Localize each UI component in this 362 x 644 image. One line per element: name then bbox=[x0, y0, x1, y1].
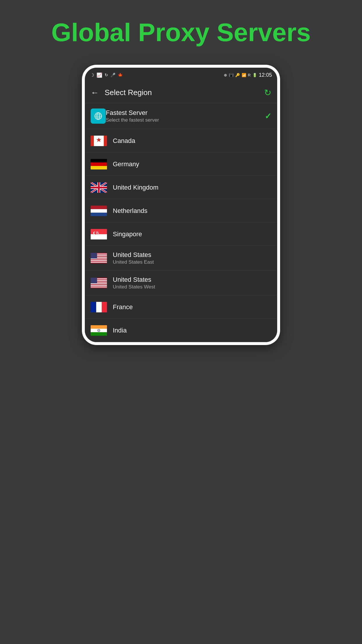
status-time: 12:05 bbox=[259, 72, 272, 78]
france-name: France bbox=[113, 303, 271, 311]
singapore-text: Singapore bbox=[113, 230, 271, 238]
status-icons-right: ⊕ 📳 🔑 📶 R 🔋 12:05 bbox=[224, 72, 272, 78]
back-button[interactable]: ← bbox=[91, 88, 99, 97]
india-name: India bbox=[113, 327, 271, 334]
page-title: Global Proxy Servers bbox=[0, 0, 362, 59]
svg-rect-22 bbox=[91, 213, 107, 216]
sync-icon: ↻ bbox=[105, 73, 108, 77]
svg-rect-36 bbox=[91, 260, 107, 261]
france-flag bbox=[91, 301, 107, 313]
svg-rect-21 bbox=[91, 209, 107, 213]
battery-icon: 🔋 bbox=[252, 73, 257, 77]
phone-screen: ☽ 📈 ↻ 🎤 🍁 ⊕ 📳 🔑 📶 R 🔋 12:05 ← Select Reg… bbox=[85, 68, 277, 342]
app-bar-title: Select Region bbox=[105, 88, 264, 97]
india-text: India bbox=[113, 327, 271, 334]
region-item-uk[interactable]: United Kingdom bbox=[85, 176, 277, 199]
us-east-sub: United States East bbox=[113, 259, 271, 265]
uk-name: United Kingdom bbox=[113, 184, 271, 191]
refresh-button[interactable]: ↻ bbox=[264, 88, 271, 98]
selected-check-icon: ✓ bbox=[265, 111, 271, 121]
netherlands-name: Netherlands bbox=[113, 207, 271, 215]
svg-rect-35 bbox=[91, 258, 107, 259]
status-bar: ☽ 📈 ↻ 🎤 🍁 ⊕ 📳 🔑 📶 R 🔋 12:05 bbox=[85, 68, 277, 82]
moon-icon: ☽ bbox=[90, 72, 94, 78]
region-item-us-west[interactable]: United States United States West bbox=[85, 271, 277, 295]
phone-frame: ☽ 📈 ↻ 🎤 🍁 ⊕ 📳 🔑 📶 R 🔋 12:05 ← Select Reg… bbox=[82, 65, 280, 345]
wifi-icon: 📶 bbox=[242, 73, 246, 77]
uk-text: United Kingdom bbox=[113, 184, 271, 191]
fastest-server-icon bbox=[91, 108, 106, 124]
region-list: Fastest Server Select the fastest server… bbox=[85, 103, 277, 342]
region-item-netherlands[interactable]: Netherlands bbox=[85, 199, 277, 223]
region-item-canada[interactable]: Canada bbox=[85, 129, 277, 153]
svg-point-54 bbox=[99, 330, 99, 331]
us-east-name: United States bbox=[113, 251, 271, 259]
svg-rect-43 bbox=[91, 283, 107, 284]
us-east-text: United States United States East bbox=[113, 251, 271, 265]
svg-rect-24 bbox=[91, 234, 107, 239]
germany-flag bbox=[91, 158, 107, 170]
vibrate-icon: 📳 bbox=[229, 73, 233, 77]
region-item-germany[interactable]: Germany bbox=[85, 153, 277, 176]
graph-icon: 📈 bbox=[96, 72, 102, 78]
mic-off-icon: 🎤 bbox=[110, 73, 115, 77]
svg-rect-37 bbox=[91, 262, 107, 262]
us-east-flag bbox=[91, 252, 107, 264]
svg-rect-45 bbox=[91, 286, 107, 287]
region-item-singapore[interactable]: Singapore bbox=[85, 223, 277, 246]
canada-name: Canada bbox=[113, 137, 271, 145]
signal-icon: R bbox=[248, 73, 251, 77]
alarm-icon: ⊕ bbox=[224, 73, 227, 77]
india-flag bbox=[91, 325, 107, 336]
singapore-name: Singapore bbox=[113, 230, 271, 238]
netherlands-text: Netherlands bbox=[113, 207, 271, 215]
svg-rect-9 bbox=[91, 162, 107, 166]
netherlands-flag bbox=[91, 205, 107, 217]
svg-rect-52 bbox=[91, 332, 107, 336]
status-icons-left: ☽ 📈 ↻ 🎤 🍁 bbox=[90, 72, 123, 78]
fastest-server-sub: Select the fastest server bbox=[106, 117, 265, 123]
leaf-icon: 🍁 bbox=[118, 73, 123, 77]
germany-text: Germany bbox=[113, 160, 271, 168]
us-west-sub: United States West bbox=[113, 284, 271, 290]
svg-rect-10 bbox=[91, 166, 107, 169]
us-west-text: United States United States West bbox=[113, 276, 271, 290]
svg-rect-8 bbox=[91, 159, 107, 162]
svg-rect-19 bbox=[91, 187, 107, 188]
fastest-server-name: Fastest Server bbox=[106, 109, 265, 117]
germany-name: Germany bbox=[113, 160, 271, 168]
canada-flag bbox=[91, 135, 107, 147]
svg-rect-44 bbox=[91, 285, 107, 286]
key-icon: 🔑 bbox=[235, 73, 240, 77]
fastest-server-text: Fastest Server Select the fastest server bbox=[106, 109, 265, 123]
us-west-flag bbox=[91, 277, 107, 289]
region-item-france[interactable]: France bbox=[85, 295, 277, 319]
uk-flag bbox=[91, 182, 107, 193]
svg-rect-46 bbox=[91, 278, 97, 283]
svg-rect-50 bbox=[91, 325, 107, 329]
canada-text: Canada bbox=[113, 137, 271, 145]
region-item-india[interactable]: India bbox=[85, 319, 277, 342]
region-item-us-east[interactable]: United States United States East bbox=[85, 246, 277, 271]
singapore-flag bbox=[91, 228, 107, 240]
france-text: France bbox=[113, 303, 271, 311]
region-item-fastest[interactable]: Fastest Server Select the fastest server… bbox=[85, 103, 277, 129]
svg-rect-20 bbox=[91, 206, 107, 209]
svg-rect-23 bbox=[91, 229, 107, 234]
svg-rect-49 bbox=[91, 302, 96, 312]
svg-rect-38 bbox=[91, 253, 97, 258]
app-bar: ← Select Region ↻ bbox=[85, 82, 277, 103]
us-west-name: United States bbox=[113, 276, 271, 284]
